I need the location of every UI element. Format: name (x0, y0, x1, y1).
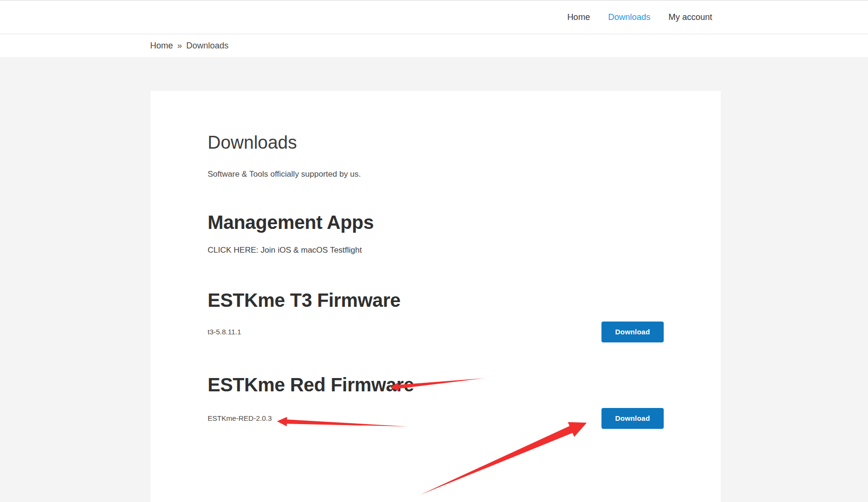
main-content: Downloads Software & Tools officially su… (0, 91, 868, 502)
page-title: Downloads (208, 133, 664, 153)
section-management-apps: Management Apps CLICK HERE: Join iOS & m… (208, 211, 664, 256)
breadcrumb-current: Downloads (186, 41, 229, 51)
management-apps-heading: Management Apps (208, 211, 664, 233)
breadcrumb-home-link[interactable]: Home (150, 41, 173, 51)
nav-item-home[interactable]: Home (567, 12, 590, 22)
section-red-firmware: ESTKme Red Firmware ESTKme-RED-2.0.3 Dow… (208, 374, 664, 429)
breadcrumb: Home » Downloads (0, 34, 868, 57)
t3-firmware-row: t3-5.8.11.1 Download (208, 322, 664, 342)
red-firmware-heading: ESTKme Red Firmware (208, 374, 664, 396)
breadcrumb-separator: » (177, 41, 182, 51)
red-firmware-version: ESTKme-RED-2.0.3 (208, 414, 272, 422)
red-firmware-row: ESTKme-RED-2.0.3 Download (208, 408, 664, 429)
t3-download-button[interactable]: Download (601, 322, 664, 342)
section-t3-firmware: ESTKme T3 Firmware t3-5.8.11.1 Download (208, 289, 664, 342)
nav-item-downloads[interactable]: Downloads (608, 12, 650, 22)
t3-firmware-heading: ESTKme T3 Firmware (208, 289, 664, 311)
page-subtitle: Software & Tools officially supported by… (208, 169, 664, 180)
nav-item-my-account[interactable]: My account (668, 12, 712, 22)
red-download-button[interactable]: Download (601, 408, 664, 429)
site-header: Home Downloads My account (0, 0, 868, 34)
testflight-link[interactable]: CLICK HERE: Join iOS & macOS Testflight (208, 246, 362, 255)
t3-firmware-version: t3-5.8.11.1 (208, 328, 241, 336)
testflight-note: CLICK HERE: Join iOS & macOS Testflight (208, 245, 664, 256)
content-card: Downloads Software & Tools officially su… (151, 91, 721, 502)
main-nav: Home Downloads My account (0, 0, 868, 34)
